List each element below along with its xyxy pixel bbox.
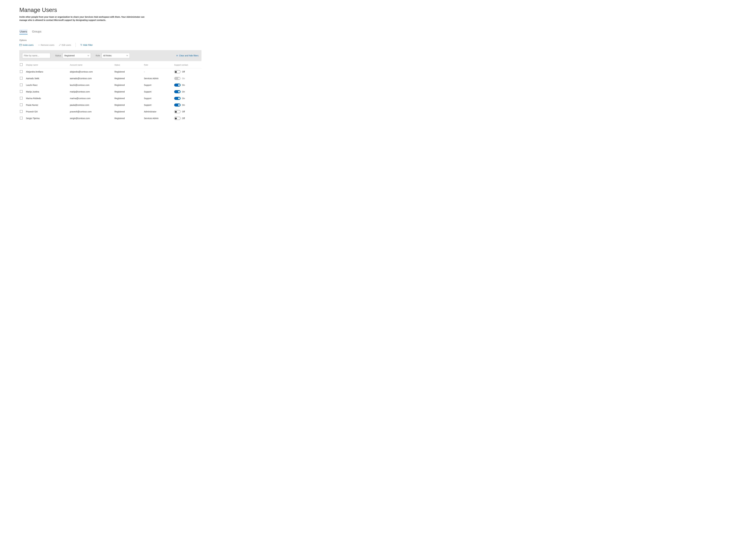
cell-account: sergio@contoso.com xyxy=(68,115,113,122)
filter-icon xyxy=(80,44,82,46)
cell-display: Marina Robledo xyxy=(24,95,68,102)
support-contact-toggle[interactable] xyxy=(174,110,180,113)
support-contact-toggle xyxy=(174,77,180,80)
cell-account: aamadu@contoso.com xyxy=(68,75,113,82)
col-role[interactable]: Role xyxy=(142,61,173,69)
pencil-icon xyxy=(59,44,61,46)
cell-status: Registered xyxy=(113,82,142,88)
role-filter-label: Role xyxy=(96,54,100,57)
support-contact-toggle[interactable] xyxy=(174,117,180,120)
cell-status: Registered xyxy=(113,75,142,82)
hide-filter-button[interactable]: Hide Filter xyxy=(80,44,93,46)
close-icon xyxy=(176,55,178,56)
support-contact-toggle-label: Off xyxy=(182,71,185,73)
support-contact-toggle[interactable] xyxy=(174,97,180,100)
cell-role: Services Admin xyxy=(142,75,173,82)
table-row: Pravesh Giripravesh@contoso.comRegistere… xyxy=(19,108,201,115)
role-select-value: All Roles xyxy=(103,54,112,57)
clear-filters-button[interactable]: Clear and hide filters xyxy=(176,54,198,57)
filter-bar: Status Registered Role All Roles Clear a… xyxy=(19,50,201,61)
support-contact-toggle-label: On xyxy=(182,104,185,106)
row-checkbox[interactable] xyxy=(20,110,23,113)
invite-users-button[interactable]: Invite users xyxy=(19,44,33,46)
table-row: Marina Robledomarina@contoso.comRegister… xyxy=(19,95,201,102)
users-table: Display name Account name Status Role Su… xyxy=(19,61,201,122)
filter-name-input[interactable] xyxy=(22,53,50,58)
row-checkbox[interactable] xyxy=(20,103,23,106)
row-checkbox[interactable] xyxy=(20,77,23,79)
cell-account: alejandra@contoso.com xyxy=(68,69,113,75)
cell-account: laszlo@contoso.com xyxy=(68,82,113,88)
cell-account: marina@contoso.com xyxy=(68,95,113,102)
cell-role: Services Admin xyxy=(142,115,173,122)
role-select[interactable]: All Roles xyxy=(102,53,130,58)
cell-status: Registered xyxy=(113,108,142,115)
table-row: Aamadu Sekkaamadu@contoso.comRegisteredS… xyxy=(19,75,201,82)
support-contact-toggle[interactable] xyxy=(174,83,180,86)
row-checkbox[interactable] xyxy=(20,90,23,93)
row-checkbox[interactable] xyxy=(20,117,23,119)
support-contact-toggle-label: On xyxy=(182,77,185,80)
select-all-checkbox[interactable] xyxy=(20,63,23,66)
status-filter-group: Status Registered xyxy=(55,53,91,58)
clear-filters-label: Clear and hide filters xyxy=(179,54,198,57)
options-label: Options xyxy=(19,39,201,42)
table-row: Sergio Tijerinasergio@contoso.comRegiste… xyxy=(19,115,201,122)
minus-icon xyxy=(38,44,40,46)
cell-status: Registered xyxy=(113,95,142,102)
support-contact-toggle-label: On xyxy=(182,84,185,86)
cell-display: Aamadu Sekk xyxy=(24,75,68,82)
row-checkbox[interactable] xyxy=(20,97,23,99)
remove-users-button[interactable]: Remove users xyxy=(38,44,54,46)
support-contact-toggle[interactable] xyxy=(174,70,180,73)
cell-role: Support xyxy=(142,102,173,108)
cell-display: Pravesh Giri xyxy=(24,108,68,115)
table-row: Alejandra Arellanoalejandra@contoso.comR… xyxy=(19,69,201,75)
tab-users[interactable]: Users xyxy=(19,29,27,34)
page-title: Manage Users xyxy=(19,7,201,13)
cell-role: Support xyxy=(142,88,173,95)
role-filter-group: Role All Roles xyxy=(96,53,130,58)
cell-display: Marija Justina xyxy=(24,88,68,95)
support-contact-toggle-label: On xyxy=(182,97,185,100)
edit-users-button[interactable]: Edit users xyxy=(59,44,71,46)
edit-users-label: Edit users xyxy=(62,44,71,46)
support-contact-toggle-label: On xyxy=(182,91,185,93)
cell-role: Support xyxy=(142,82,173,88)
table-row: Paula Nunezpaula@contoso.comRegisteredSu… xyxy=(19,102,201,108)
tab-groups[interactable]: Groups xyxy=(32,29,42,34)
row-checkbox[interactable] xyxy=(20,83,23,86)
col-display-name[interactable]: Display name xyxy=(24,61,68,69)
support-contact-toggle[interactable] xyxy=(174,90,180,93)
cell-status: Registered xyxy=(113,115,142,122)
invite-users-label: Invite users xyxy=(23,44,33,46)
cell-display: Laszlo Racz xyxy=(24,82,68,88)
col-status[interactable]: Status xyxy=(113,61,142,69)
row-checkbox[interactable] xyxy=(20,70,23,73)
cell-role: Administrator xyxy=(142,108,173,115)
support-contact-toggle-label: Off xyxy=(182,110,185,113)
cell-display: Paula Nunez xyxy=(24,102,68,108)
table-row: Marija Justinamarija@contoso.comRegister… xyxy=(19,88,201,95)
status-select[interactable]: Registered xyxy=(63,53,91,58)
status-filter-label: Status xyxy=(55,54,61,57)
cell-status: Registered xyxy=(113,69,142,75)
cell-status: Registered xyxy=(113,102,142,108)
status-select-value: Registered xyxy=(65,54,75,57)
col-support-contact[interactable]: Support contact xyxy=(173,61,201,69)
chevron-down-icon xyxy=(88,55,89,56)
cell-account: pravesh@contoso.com xyxy=(68,108,113,115)
support-contact-toggle-label: Off xyxy=(182,117,185,120)
remove-users-label: Remove users xyxy=(41,44,54,46)
table-row: Laszlo Raczlaszlo@contoso.comRegisteredS… xyxy=(19,82,201,88)
tabs: Users Groups xyxy=(19,29,201,34)
support-contact-toggle[interactable] xyxy=(174,103,180,106)
col-account-name[interactable]: Account name xyxy=(68,61,113,69)
cell-display: Sergio Tijerina xyxy=(24,115,68,122)
chevron-down-icon xyxy=(126,55,128,56)
cell-role: - xyxy=(142,69,173,75)
page-description: Invite other people from your team or or… xyxy=(19,16,151,22)
cell-account: paula@contoso.com xyxy=(68,102,113,108)
mail-icon xyxy=(19,44,22,46)
toolbar: Invite users Remove users Edit users Hid… xyxy=(19,43,201,47)
